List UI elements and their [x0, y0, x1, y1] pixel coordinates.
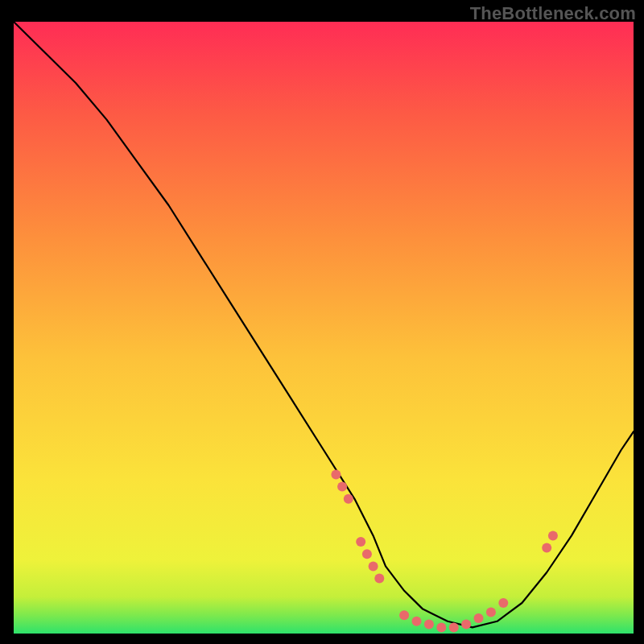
data-dot — [461, 620, 471, 630]
data-dot — [486, 607, 496, 617]
gradient-plot-area — [14, 22, 634, 634]
data-dot — [548, 530, 558, 540]
data-dot — [369, 561, 378, 571]
data-dot — [344, 494, 353, 504]
data-dot — [374, 574, 384, 584]
data-dot — [362, 549, 372, 559]
data-dot — [436, 622, 446, 632]
curve-line — [14, 22, 634, 627]
data-dot — [498, 598, 508, 608]
watermark-text: TheBottleneck.com — [470, 3, 636, 24]
data-dot — [474, 613, 484, 623]
data-dot — [449, 622, 459, 632]
data-dot — [399, 610, 409, 620]
data-dot — [412, 617, 422, 626]
data-dot — [542, 543, 551, 553]
chart-frame: TheBottleneck.com — [0, 0, 644, 644]
data-dots-group — [331, 469, 558, 632]
data-dot — [424, 620, 434, 630]
data-dot — [331, 469, 341, 479]
data-dot — [337, 482, 347, 492]
chart-svg — [14, 22, 634, 634]
data-dot — [356, 537, 365, 547]
